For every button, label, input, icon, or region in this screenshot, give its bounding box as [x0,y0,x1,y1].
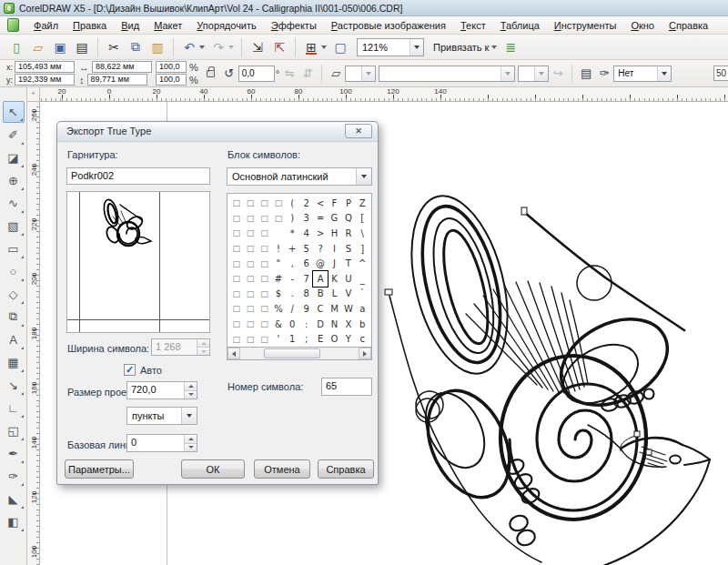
export-icon[interactable]: ⇱ [269,37,289,57]
char-cell[interactable]: E [313,331,327,347]
scale-factor-icon[interactable]: ▱ [327,65,345,83]
options-button[interactable]: Параметры... [65,459,134,479]
snap-dropdown-arrow[interactable] [491,45,497,49]
char-cell[interactable]: □ [258,226,271,241]
char-cell[interactable]: R [341,226,355,241]
char-cell[interactable]: □ [243,301,257,317]
char-cell[interactable]: N [328,317,341,332]
char-cell[interactable]: I [328,241,341,257]
char-cell[interactable]: C [313,301,327,317]
baseline-spinner[interactable]: 0 [126,434,197,452]
outline-pen-tool[interactable]: ✑ [3,465,25,487]
char-cell[interactable]: □ [258,196,271,211]
char-cell[interactable]: □ [258,331,271,347]
paste-icon[interactable]: ▥ [147,37,167,57]
redo-dropdown-arrow[interactable] [228,45,234,49]
menu-item[interactable]: Окно [623,18,662,33]
char-cell[interactable]: U [341,271,355,287]
units-combo[interactable]: пункты [126,407,197,425]
char-cell[interactable]: 1 [286,331,299,347]
char-cell[interactable]: ' [271,331,285,347]
menu-item[interactable]: Вид [114,18,147,33]
spin-up[interactable] [185,435,197,443]
calligraphic-bird-drawing[interactable] [382,166,728,565]
char-cell[interactable]: □ [271,196,285,211]
char-cell[interactable]: □ [229,317,243,332]
scrollbar-thumb[interactable] [264,348,320,358]
object-height-field[interactable]: 89,771 мм [87,74,147,86]
char-cell[interactable]: □ [229,287,243,302]
char-grid-scrollbar[interactable] [228,347,371,359]
char-cell[interactable]: ] [356,241,369,257]
auto-checkbox[interactable]: ✓ [124,364,136,376]
rotation-angle-field[interactable]: 0,0 [238,66,275,82]
char-cell[interactable] [271,226,285,241]
char-cell[interactable]: X [341,317,355,332]
char-cell[interactable]: F [328,196,341,211]
char-cell[interactable]: \ [356,226,369,241]
menu-item[interactable]: Макет [147,18,189,33]
char-cell[interactable]: _ [356,271,369,287]
zoom-tool[interactable]: ⊕ [3,169,25,191]
cancel-button[interactable]: Отмена [254,459,310,479]
char-cell[interactable]: □ [243,331,257,347]
char-cell[interactable]: 6 [299,256,313,271]
horizontal-ruler[interactable]: 20020406080100120140 [40,87,728,102]
char-cell[interactable]: B [313,287,327,302]
pick-tool[interactable]: ↖ [3,101,25,123]
char-cell[interactable]: L [328,287,341,302]
spin-down[interactable] [185,390,197,399]
char-cell[interactable]: < [313,196,327,211]
snap-to-dropdown[interactable]: Привязать к [430,40,492,55]
char-cell[interactable]: + [286,241,299,257]
close-icon[interactable]: ✕ [345,124,372,138]
redo-icon[interactable]: ↷ [208,37,228,57]
scale-y-field[interactable]: 100,0 [156,74,187,86]
undo-icon[interactable]: ↶ [179,37,199,57]
fill-tool[interactable]: ◣ [3,488,25,510]
char-cell[interactable]: Q [341,211,355,227]
char-cell[interactable]: % [271,301,285,317]
char-cell[interactable]: H [328,226,341,241]
char-cell[interactable]: ( [286,196,299,211]
char-cell[interactable]: □ [243,241,257,257]
char-cell[interactable]: Y [341,331,355,347]
new-document-icon[interactable]: ▯ [6,37,26,57]
char-cell[interactable]: □ [258,241,271,257]
char-cell[interactable]: □ [243,317,257,332]
polygon-tool[interactable]: ◇ [3,283,25,305]
table-tool[interactable]: ▦ [3,351,25,373]
ok-button[interactable]: ОК [181,459,245,479]
char-cell[interactable]: 5 [299,241,313,257]
zoom-level-combo[interactable]: 121% [357,38,424,56]
char-cell[interactable]: b [356,317,369,332]
help-button[interactable]: Справка [318,459,374,479]
menu-item[interactable]: Правка [66,18,114,33]
eyedropper-tool[interactable]: ✒ [3,442,25,464]
char-cell[interactable]: . [286,287,299,302]
object-width-field[interactable]: 88,622 мм [92,61,152,73]
char-cell[interactable]: M [328,301,341,317]
char-cell[interactable]: # [271,271,285,287]
char-cell[interactable]: 7 [299,271,313,287]
menu-item[interactable]: Файл [26,18,66,33]
basic-shapes-tool[interactable]: ⧉ [3,306,25,328]
char-cell[interactable]: 8 [299,287,313,302]
vertical-ruler[interactable]: 260240220200180160140120100 [27,102,40,565]
char-cell[interactable]: □ [271,211,285,227]
menu-item[interactable]: Текст [453,18,493,33]
spin-down[interactable] [185,443,197,452]
crop-tool[interactable]: ◪ [3,146,25,168]
open-icon[interactable]: ▱ [28,37,48,57]
char-cell[interactable]: □ [229,331,243,347]
empty-combo-small-2[interactable] [518,66,549,82]
char-cell[interactable]: □ [258,271,271,287]
char-cell[interactable]: □ [243,287,257,302]
curve-icon[interactable]: ↪ [549,65,567,83]
undo-dropdown-arrow[interactable] [199,45,205,49]
char-cell[interactable]: S [341,241,355,257]
char-cell[interactable]: ? [313,241,327,257]
scroll-right-arrow[interactable] [359,348,371,359]
char-cell[interactable]: 0 [286,317,299,332]
char-cell[interactable]: a [356,301,369,317]
